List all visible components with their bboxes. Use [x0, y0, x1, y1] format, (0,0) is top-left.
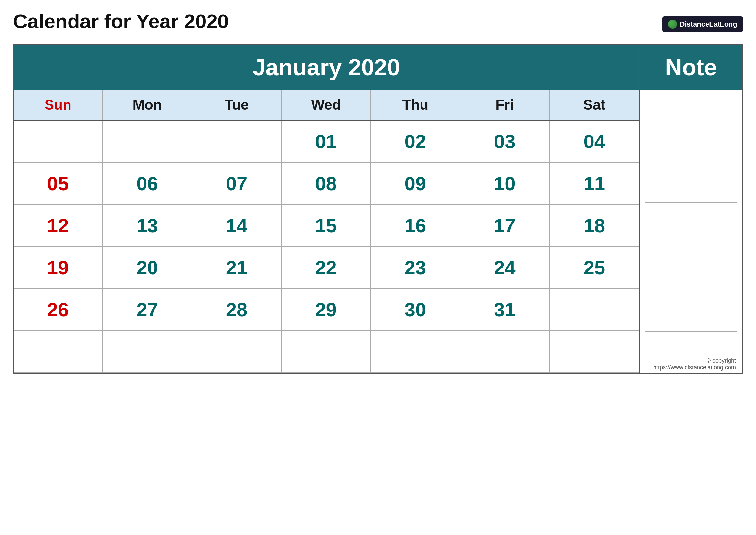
page-title: Calendar for Year 2020 [13, 10, 229, 33]
month-title: January 2020 [253, 54, 400, 80]
calendar-day-03: 03 [460, 121, 550, 163]
note-line-12 [645, 254, 737, 254]
note-line-14 [645, 280, 737, 280]
note-line-0 [645, 99, 737, 99]
month-header: January 2020 [14, 45, 639, 90]
calendar-day-26: 26 [14, 289, 103, 331]
note-line-9 [645, 215, 737, 215]
calendar-day-19: 19 [14, 247, 103, 289]
note-line-7 [645, 189, 737, 190]
calendar-container: January 2020 Sun Mon Tue Wed Thu Fri Sat… [13, 44, 743, 374]
calendar-day-empty-0-1 [103, 121, 192, 163]
calendar-day-empty-5-1 [103, 331, 192, 373]
note-lines[interactable] [640, 90, 742, 354]
day-header-sun: Sun [14, 90, 103, 120]
calendar-day-29: 29 [282, 289, 371, 331]
calendar-day-empty-5-4 [371, 331, 460, 373]
note-header: Note [640, 45, 742, 90]
calendar-day-18: 18 [550, 205, 639, 247]
day-headers-row: Sun Mon Tue Wed Thu Fri Sat [14, 90, 639, 121]
note-line-13 [645, 267, 737, 267]
calendar-day-empty-0-2 [192, 121, 282, 163]
day-header-mon: Mon [103, 90, 192, 120]
day-header-sat: Sat [550, 90, 639, 120]
calendar-day-13: 13 [103, 205, 192, 247]
note-line-8 [645, 203, 737, 203]
calendar-day-empty-5-3 [282, 331, 371, 373]
calendar-day-28: 28 [192, 289, 282, 331]
calendar-day-07: 07 [192, 163, 282, 205]
calendar-day-24: 24 [460, 247, 550, 289]
calendar-day-11: 11 [550, 163, 639, 205]
calendar-day-22: 22 [282, 247, 371, 289]
calendar-day-14: 14 [192, 205, 282, 247]
note-line-15 [645, 293, 737, 293]
calendar-day-08: 08 [282, 163, 371, 205]
calendar-day-empty-5-0 [14, 331, 103, 373]
calendar-day-21: 21 [192, 247, 282, 289]
logo-globe-icon [668, 20, 677, 29]
calendar-day-05: 05 [14, 163, 103, 205]
calendar-day-01: 01 [282, 121, 371, 163]
note-line-19 [645, 344, 737, 345]
note-line-2 [645, 125, 737, 125]
day-header-wed: Wed [282, 90, 371, 120]
note-title: Note [665, 54, 717, 80]
note-line-5 [645, 164, 737, 164]
calendar-day-20: 20 [103, 247, 192, 289]
calendar-day-empty-4-6 [550, 289, 639, 331]
note-line-16 [645, 306, 737, 306]
note-line-4 [645, 151, 737, 151]
note-line-3 [645, 138, 737, 138]
calendar-section: January 2020 Sun Mon Tue Wed Thu Fri Sat… [14, 45, 639, 373]
calendar-day-30: 30 [371, 289, 460, 331]
calendar-day-02: 02 [371, 121, 460, 163]
calendar-day-16: 16 [371, 205, 460, 247]
day-header-fri: Fri [460, 90, 550, 120]
calendar-day-empty-5-2 [192, 331, 282, 373]
calendar-day-empty-5-5 [460, 331, 550, 373]
calendar-day-10: 10 [460, 163, 550, 205]
day-header-thu: Thu [371, 90, 460, 120]
calendar-day-empty-5-6 [550, 331, 639, 373]
note-line-10 [645, 228, 737, 228]
day-header-tue: Tue [192, 90, 282, 120]
logo: DistanceLatLong [662, 16, 743, 32]
copyright: © copyright https://www.distancelatlong.… [640, 354, 742, 373]
calendar-day-27: 27 [103, 289, 192, 331]
calendar-day-06: 06 [103, 163, 192, 205]
calendar-day-09: 09 [371, 163, 460, 205]
calendar-day-31: 31 [460, 289, 550, 331]
note-line-6 [645, 177, 737, 177]
calendar-day-12: 12 [14, 205, 103, 247]
note-line-11 [645, 241, 737, 241]
calendar-day-25: 25 [550, 247, 639, 289]
note-line-18 [645, 331, 737, 331]
calendar-day-04: 04 [550, 121, 639, 163]
calendar-day-23: 23 [371, 247, 460, 289]
note-line-1 [645, 112, 737, 112]
calendar-day-15: 15 [282, 205, 371, 247]
note-line-17 [645, 319, 737, 319]
note-section: Note © copyright https://www.distancelat… [639, 45, 742, 373]
calendar-grid: 0102030405060708091011121314151617181920… [14, 121, 639, 373]
calendar-day-empty-0-0 [14, 121, 103, 163]
calendar-day-17: 17 [460, 205, 550, 247]
